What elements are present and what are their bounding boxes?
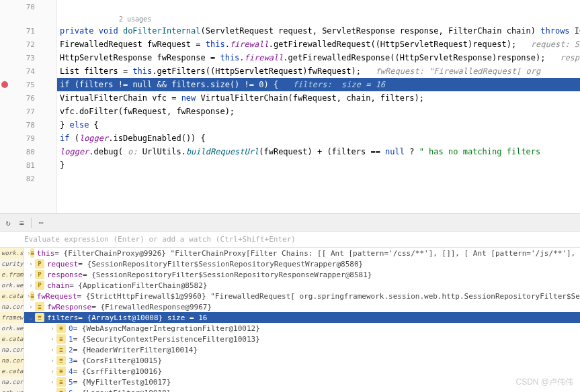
stack-frame-item[interactable]: na.core: [0, 344, 24, 355]
collapse-icon[interactable]: ⌄: [27, 314, 35, 321]
expand-icon[interactable]: ›: [48, 325, 56, 332]
code-line[interactable]: }: [57, 158, 580, 172]
stack-frame-item[interactable]: ork.we: [0, 323, 24, 334]
variable-value: = {MyFilterTest@10017}: [73, 378, 171, 387]
debug-pane: ↻ ≡ ⋯ Evaluate expression (Enter) or add…: [0, 214, 580, 392]
variable-value: = {SessionRepositoryFilter$SessionReposi…: [78, 260, 363, 268]
usages-hint[interactable]: 2 usages: [57, 13, 580, 24]
line-gutter[interactable]: 70717273747576777879808182: [0, 0, 57, 213]
expand-icon[interactable]: ›: [27, 260, 35, 267]
stack-frame-item[interactable]: na.core: [0, 377, 24, 387]
stack-frame-item[interactable]: e.catal: [0, 334, 24, 344]
variable-value: = {SecurityContextPersistenceFilter@1001…: [73, 335, 260, 344]
debug-body: work.scurity.e.framork.wee.catalna.coref…: [0, 248, 580, 392]
variable-name: filters: [47, 313, 78, 322]
variable-type-icon: ≡: [35, 313, 44, 322]
stack-frame-item[interactable]: na.core: [0, 301, 24, 312]
gutter-line[interactable]: 76: [0, 91, 56, 105]
variable-type-icon: ≡: [56, 388, 66, 392]
stack-frame-item[interactable]: framew: [0, 312, 24, 323]
variable-row[interactable]: ›≡fwRequest = {StrictHttpFirewall$1@9960…: [24, 291, 580, 301]
variable-row[interactable]: ›≡6 = {LogoutFilter@10018}: [24, 387, 580, 392]
variable-row[interactable]: ›≡4 = {CsrfFilter@10016}: [24, 366, 580, 377]
variable-index: 1: [69, 335, 73, 344]
variable-index: 0: [69, 324, 73, 333]
variable-type-icon: ≡: [56, 324, 66, 333]
variable-row[interactable]: ›≡5 = {MyFilterTest@10017}: [24, 377, 580, 387]
more-icon[interactable]: ⋯: [36, 217, 46, 228]
variable-value: = {ArrayList@10008} size = 16: [78, 313, 207, 322]
code-line[interactable]: if (logger.isDebugEnabled()) {: [57, 132, 580, 145]
code-line[interactable]: if (filters != null && filters.size() !=…: [57, 78, 580, 91]
variable-type-icon: ≡: [56, 377, 66, 387]
code-line[interactable]: [57, 0, 580, 13]
stack-icon[interactable]: ≡: [16, 217, 27, 228]
code-line[interactable]: vfc.doFilter(fwRequest, fwResponse);: [57, 105, 580, 118]
gutter-line[interactable]: 75: [0, 78, 56, 91]
variable-name: fwRequest: [37, 292, 77, 301]
stack-frame-item[interactable]: e.catal: [0, 366, 24, 377]
code-line[interactable]: [57, 172, 580, 185]
stack-frame-item[interactable]: e.catal: [0, 291, 24, 301]
variable-row[interactable]: ›≡0 = {WebAsyncManagerIntegrationFilter@…: [24, 323, 580, 334]
variable-index: 2: [69, 346, 73, 354]
expand-icon[interactable]: ›: [48, 389, 56, 392]
expand-icon[interactable]: ›: [48, 368, 56, 375]
code-line[interactable]: FirewalledRequest fwRequest = this.firew…: [57, 38, 580, 51]
variable-value: = {StrictHttpFirewall$1@9960} "Firewalle…: [77, 292, 580, 301]
expand-icon[interactable]: ›: [48, 336, 56, 342]
variable-row[interactable]: ›≡fwResponse = {FirewalledResponse@9967}: [24, 301, 580, 312]
expand-icon[interactable]: ›: [48, 357, 56, 364]
code-line[interactable]: logger.debug( o: UrlUtils.buildRequestUr…: [57, 145, 580, 158]
gutter-line[interactable]: 71: [0, 24, 56, 38]
stack-frame-item[interactable]: e.fram: [0, 269, 24, 280]
variable-value: = {SessionRepositoryFilter$SessionReposi…: [83, 271, 372, 279]
variable-type-icon: ≡: [35, 302, 44, 311]
watch-input[interactable]: Evaluate expression (Enter) or add a wat…: [0, 232, 580, 248]
variable-row[interactable]: ›≡3 = {CorsFilter@10015}: [24, 355, 580, 366]
variable-value: = {WebAsyncManagerIntegrationFilter@1001…: [73, 324, 260, 333]
code-area[interactable]: 2 usages private void doFilterInternal(S…: [57, 0, 580, 213]
stack-frame-item[interactable]: curity.: [0, 258, 24, 269]
frames-column[interactable]: work.scurity.e.framork.wee.catalna.coref…: [0, 248, 24, 392]
variable-value: = {FilterChainProxy@9926} "FilterChainPr…: [54, 249, 580, 258]
variable-row[interactable]: ›Prequest = {SessionRepositoryFilter$Ses…: [24, 258, 580, 269]
gutter-line[interactable]: 82: [0, 172, 56, 185]
gutter-line[interactable]: 78: [0, 118, 56, 132]
variable-type-icon: ≡: [30, 291, 34, 301]
expand-icon[interactable]: ›: [48, 346, 56, 353]
gutter-line[interactable]: 81: [0, 158, 56, 172]
expand-icon[interactable]: ›: [27, 282, 35, 289]
gutter-line[interactable]: 72: [0, 38, 56, 51]
stack-frame-item[interactable]: na.core: [0, 355, 24, 366]
code-line[interactable]: VirtualFilterChain vfc = new VirtualFilt…: [57, 91, 580, 105]
code-line[interactable]: } else {: [57, 118, 580, 132]
variable-row[interactable]: ›≡2 = {HeaderWriterFilter@10014}: [24, 344, 580, 355]
variable-row[interactable]: ›Presponse = {SessionRepositoryFilter$Se…: [24, 269, 580, 280]
expand-icon[interactable]: ›: [27, 303, 35, 310]
restart-icon[interactable]: ↻: [3, 217, 13, 228]
stack-frame-item[interactable]: ork.we: [0, 280, 24, 291]
variable-value: = {CsrfFilter@10016}: [73, 367, 162, 376]
gutter-line[interactable]: 74: [0, 64, 56, 78]
variable-row-selected[interactable]: ⌄≡filters = {ArrayList@10008} size = 16: [24, 312, 580, 323]
variables-column[interactable]: ›≡this = {FilterChainProxy@9926} "Filter…: [24, 248, 580, 392]
code-line[interactable]: List filters = this.getFilters((HttpServ…: [57, 64, 580, 78]
breakpoint-icon[interactable]: [1, 81, 8, 88]
variable-index: 6: [69, 389, 73, 393]
code-line[interactable]: private void doFilterInternal(ServletReq…: [57, 24, 580, 38]
gutter-line[interactable]: 73: [0, 51, 56, 64]
gutter-line[interactable]: 80: [0, 145, 56, 158]
expand-icon[interactable]: ›: [48, 379, 56, 385]
expand-icon[interactable]: ›: [27, 271, 35, 278]
code-line[interactable]: HttpServletResponse fwResponse = this.fi…: [57, 51, 580, 64]
variable-row[interactable]: ›Pchain = {ApplicationFilterChain@8582}: [24, 280, 580, 291]
stack-frame-item[interactable]: ork.we: [0, 387, 24, 392]
stack-frame-item[interactable]: work.s: [0, 248, 24, 258]
gutter-line[interactable]: 79: [0, 132, 56, 145]
gutter-line[interactable]: 77: [0, 105, 56, 118]
variable-value: = {ApplicationFilterChain@8582}: [69, 281, 207, 290]
variable-row[interactable]: ›≡this = {FilterChainProxy@9926} "Filter…: [24, 248, 580, 258]
variable-row[interactable]: ›≡1 = {SecurityContextPersistenceFilter@…: [24, 334, 580, 344]
gutter-line[interactable]: 70: [0, 0, 56, 13]
